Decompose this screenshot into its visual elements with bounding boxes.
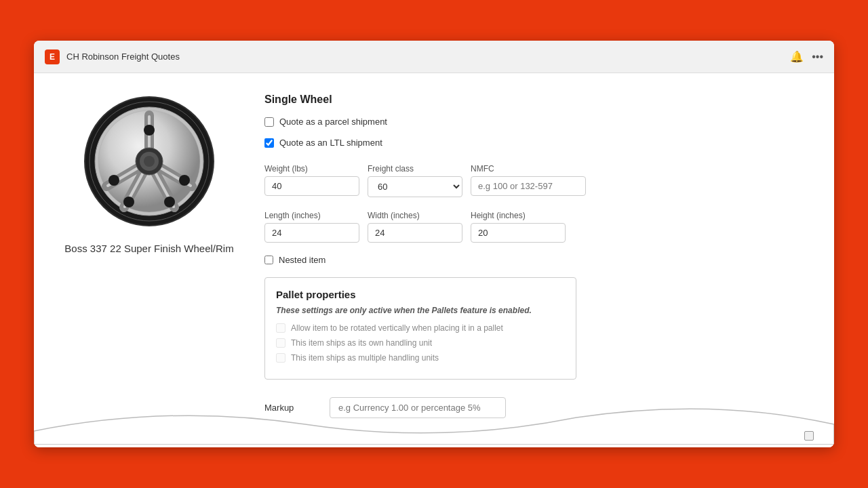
pallet-option-3: This item ships as multiple handling uni…: [276, 353, 565, 363]
scroll-indicator[interactable]: [804, 431, 814, 441]
nmfc-field-group: NMFC: [471, 164, 586, 197]
pallet-option-3-label: This item ships as multiple handling uni…: [291, 353, 439, 363]
browser-window: E CH Robinson Freight Quotes 🔔 •••: [34, 41, 834, 447]
pallet-box: Pallet properties These settings are onl…: [264, 277, 576, 380]
ltl-checkbox[interactable]: [264, 138, 274, 148]
nmfc-label: NMFC: [471, 164, 586, 174]
pallet-option-2-label: This item ships as its own handling unit: [291, 338, 432, 348]
browser-bar: E CH Robinson Freight Quotes 🔔 •••: [34, 41, 834, 73]
pallet-note: These settings are only active when the …: [276, 306, 565, 315]
main-content: Boss 337 22 Super Finish Wheel/Rim Singl…: [34, 73, 834, 447]
browser-bar-right: 🔔 •••: [790, 50, 823, 63]
height-label: Height (inches): [471, 211, 566, 220]
bell-icon[interactable]: 🔔: [790, 50, 804, 63]
more-options-icon[interactable]: •••: [812, 51, 823, 63]
svg-point-19: [164, 197, 175, 207]
section-title: Single Wheel: [264, 94, 807, 106]
svg-point-20: [123, 197, 134, 207]
nested-label[interactable]: Nested item: [279, 255, 326, 265]
markup-input[interactable]: [330, 397, 506, 418]
weight-field-group: Weight (lbs): [264, 164, 359, 197]
markup-label: Markup: [264, 403, 319, 413]
app-logo-icon: E: [45, 49, 60, 64]
weight-label: Weight (lbs): [264, 164, 359, 174]
ltl-label[interactable]: Quote as an LTL shipment: [279, 138, 382, 148]
width-field-group: Width (inches): [368, 211, 462, 243]
nmfc-input[interactable]: [471, 176, 586, 196]
nested-checkbox[interactable]: [264, 256, 273, 264]
pallet-option-2: This item ships as its own handling unit: [276, 338, 565, 348]
svg-point-18: [179, 175, 190, 186]
fields-row-2: Length (inches) Width (inches) Height (i…: [264, 211, 807, 243]
product-image: [81, 94, 217, 229]
app-title: CH Robinson Freight Quotes: [66, 52, 180, 62]
weight-input[interactable]: [264, 176, 359, 196]
right-panel: Single Wheel Quote as a parcel shipment …: [264, 94, 807, 427]
parcel-checkbox-row: Quote as a parcel shipment: [264, 117, 807, 127]
svg-point-16: [144, 156, 155, 167]
freight-select[interactable]: 50 55 60 65 70 77.5 85 92.5 100: [368, 176, 462, 197]
freight-label: Freight class: [368, 164, 462, 174]
pallet-title: Pallet properties: [276, 289, 565, 300]
parcel-checkbox[interactable]: [264, 117, 274, 127]
pallet-option-1-label: Allow item to be rotated vertically when…: [291, 323, 503, 333]
width-label: Width (inches): [368, 211, 462, 220]
width-input[interactable]: [368, 223, 462, 243]
left-panel: Boss 337 22 Super Finish Wheel/Rim: [61, 94, 237, 427]
length-input[interactable]: [264, 223, 359, 243]
height-input[interactable]: [471, 223, 566, 243]
length-label: Length (inches): [264, 211, 359, 220]
parcel-label[interactable]: Quote as a parcel shipment: [279, 117, 387, 127]
browser-bar-left: E CH Robinson Freight Quotes: [45, 49, 180, 64]
pallet-option-2-checkbox[interactable]: [276, 338, 285, 348]
svg-point-21: [108, 175, 119, 186]
pallet-option-1: Allow item to be rotated vertically when…: [276, 323, 565, 333]
product-name: Boss 337 22 Super Finish Wheel/Rim: [64, 243, 233, 254]
pallet-option-1-checkbox[interactable]: [276, 323, 285, 333]
height-field-group: Height (inches): [471, 211, 566, 243]
ltl-checkbox-row: Quote as an LTL shipment: [264, 138, 807, 148]
svg-point-17: [144, 125, 155, 136]
nested-row: Nested item: [264, 255, 807, 265]
freight-field-group: Freight class 50 55 60 65 70 77.5 85 92.…: [368, 164, 462, 197]
length-field-group: Length (inches): [264, 211, 359, 243]
markup-row: Markup: [264, 397, 807, 418]
fields-row-1: Weight (lbs) Freight class 50 55 60 65 7…: [264, 164, 807, 197]
pallet-option-3-checkbox[interactable]: [276, 353, 285, 363]
